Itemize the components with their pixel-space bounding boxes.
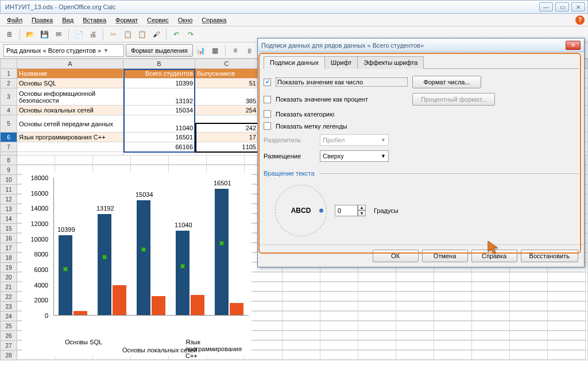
- cell[interactable]: [510, 351, 548, 360]
- cell[interactable]: 1105: [195, 142, 258, 152]
- save-icon[interactable]: 💾: [38, 28, 51, 41]
- cell[interactable]: [17, 156, 55, 165]
- cell[interactable]: 11040: [123, 115, 195, 133]
- cell[interactable]: [283, 302, 320, 311]
- select-all-corner[interactable]: [0, 59, 17, 69]
- cell[interactable]: [358, 292, 396, 301]
- cell[interactable]: [472, 273, 510, 282]
- cell[interactable]: [548, 273, 586, 282]
- cell[interactable]: [548, 321, 586, 331]
- cell[interactable]: Основы сетей передачи данных: [17, 115, 123, 133]
- embedded-chart[interactable]: 0200040006000800010000120001400016000180…: [22, 172, 252, 356]
- menu-window[interactable]: Окно: [175, 15, 196, 25]
- undo-icon[interactable]: ↶: [170, 28, 183, 41]
- cell[interactable]: [320, 282, 358, 292]
- cell[interactable]: [283, 273, 320, 282]
- cell[interactable]: [472, 351, 510, 360]
- dialog-title-bar[interactable]: Подписи данных для рядов данных « Всего …: [258, 38, 584, 52]
- cell[interactable]: [320, 273, 358, 282]
- cell[interactable]: [283, 331, 320, 340]
- spinner-up-icon[interactable]: ▲: [358, 205, 366, 211]
- cell[interactable]: [283, 321, 320, 331]
- row-header[interactable]: 22: [0, 292, 17, 302]
- col-header-b[interactable]: B: [123, 59, 195, 69]
- row-header[interactable]: 14: [0, 214, 17, 224]
- cell[interactable]: [510, 331, 548, 340]
- cell[interactable]: [320, 321, 358, 331]
- cell[interactable]: [358, 331, 396, 340]
- cell[interactable]: [17, 142, 123, 152]
- cell[interactable]: Основы SQL: [17, 79, 123, 88]
- cell[interactable]: Основы локальных сетей: [17, 106, 123, 115]
- cell[interactable]: [131, 156, 169, 165]
- row-header[interactable]: 18: [0, 253, 17, 263]
- menu-view[interactable]: Вид: [59, 15, 77, 25]
- cell[interactable]: [358, 312, 396, 321]
- cell[interactable]: [320, 341, 358, 350]
- row-header[interactable]: 17: [0, 243, 17, 253]
- cell[interactable]: 15034: [123, 106, 195, 115]
- checkbox-show-legend-key[interactable]: [264, 122, 271, 130]
- cell[interactable]: [434, 312, 472, 321]
- format-selection-button[interactable]: Формат выделения: [126, 44, 193, 57]
- cell[interactable]: 254: [195, 106, 258, 115]
- row-header[interactable]: 25: [0, 321, 17, 331]
- rotation-dial[interactable]: ABCD: [275, 185, 327, 236]
- tab-font[interactable]: Шрифт: [324, 56, 358, 69]
- row-header[interactable]: 10: [0, 175, 17, 185]
- cell[interactable]: [472, 331, 510, 340]
- cell[interactable]: [396, 351, 434, 360]
- redo-icon[interactable]: ↷: [184, 28, 197, 41]
- cell[interactable]: [283, 341, 320, 350]
- row-header[interactable]: 12: [0, 195, 17, 204]
- maximize-button[interactable]: ▭: [555, 2, 569, 11]
- row-header[interactable]: 11: [0, 185, 17, 195]
- col-header-a[interactable]: A: [17, 59, 123, 69]
- row-header[interactable]: 2: [0, 79, 17, 88]
- help-button[interactable]: Справка: [471, 250, 517, 262]
- cell[interactable]: [510, 292, 548, 301]
- cell[interactable]: 10399: [123, 79, 195, 88]
- cell[interactable]: [434, 302, 472, 311]
- cell[interactable]: [358, 321, 396, 331]
- tab-data-labels[interactable]: Подписи данных: [264, 56, 325, 69]
- col-header-c[interactable]: C: [195, 59, 258, 69]
- cell[interactable]: [396, 312, 434, 321]
- bar-total[interactable]: [215, 189, 229, 315]
- cancel-button[interactable]: Отмена: [422, 250, 468, 262]
- cell[interactable]: [396, 282, 434, 292]
- bar-grad[interactable]: [230, 303, 243, 315]
- cell[interactable]: [169, 156, 207, 165]
- cell[interactable]: [472, 312, 510, 321]
- row-header[interactable]: 27: [0, 341, 17, 351]
- spinner-down-icon[interactable]: ▼: [358, 211, 366, 216]
- cell[interactable]: [472, 302, 510, 311]
- cell[interactable]: [434, 282, 472, 292]
- cell[interactable]: [396, 292, 434, 301]
- minimize-button[interactable]: —: [539, 2, 553, 11]
- row-header[interactable]: 23: [0, 302, 17, 312]
- degrees-spinner[interactable]: ▲ ▼: [335, 205, 366, 216]
- cell[interactable]: 17: [195, 133, 258, 142]
- cell[interactable]: [396, 302, 434, 311]
- cell[interactable]: [283, 351, 320, 360]
- dialog-close-button[interactable]: ✕: [566, 41, 581, 50]
- cell[interactable]: [510, 273, 548, 282]
- cell[interactable]: [207, 156, 245, 165]
- tab-font-effects[interactable]: Эффекты шрифта: [357, 56, 424, 69]
- cell[interactable]: [434, 292, 472, 301]
- row-header[interactable]: 15: [0, 224, 17, 234]
- cell[interactable]: [358, 351, 396, 360]
- menu-insert[interactable]: Вставка: [79, 15, 110, 25]
- cut-icon[interactable]: ✂: [107, 28, 119, 41]
- checkbox-show-as-number[interactable]: ✔: [264, 79, 271, 86]
- row-header[interactable]: 13: [0, 204, 17, 214]
- degrees-input[interactable]: [335, 205, 358, 216]
- menu-help[interactable]: Справка: [198, 15, 230, 25]
- cell[interactable]: [510, 312, 548, 321]
- cell[interactable]: Основы информационной безопасности: [17, 88, 123, 106]
- cell[interactable]: [320, 312, 358, 321]
- row-header[interactable]: 1: [0, 69, 17, 79]
- placement-combo[interactable]: Сверху ▼: [320, 150, 389, 162]
- cell[interactable]: 51: [195, 79, 258, 88]
